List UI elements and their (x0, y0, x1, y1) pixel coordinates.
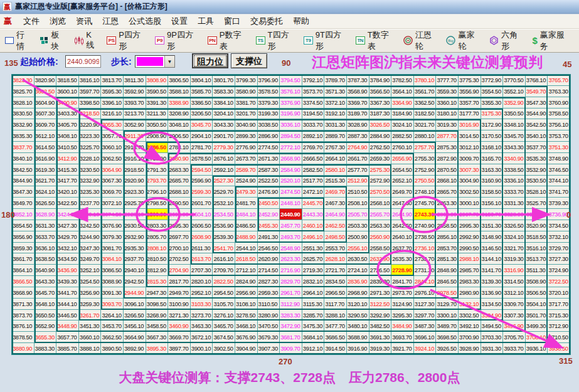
toolbar-button-赢家服务[interactable]: $赢家服务 (532, 29, 571, 52)
grid-cell: 2709.70 (213, 265, 235, 276)
menu-item-工具[interactable]: 工具 (193, 14, 219, 28)
toolbar-button-T数字表[interactable]: TNT数字表 (356, 29, 395, 52)
toolbar-button-P数字表[interactable]: PNP数字表 (208, 29, 248, 52)
grid-cell: 3916.90 (347, 343, 369, 354)
grid-cell: 2856.10 (436, 231, 459, 243)
grid-cell: 3609.70 (35, 119, 57, 130)
grid-cell: 2496.10 (302, 231, 325, 243)
menu-item-窗口[interactable]: 窗口 (219, 14, 245, 28)
grid-cell: 2548.90 (280, 243, 302, 254)
menu-item-资讯[interactable]: 资讯 (71, 14, 97, 28)
grid-cell: 2899.30 (235, 130, 258, 142)
toolbar-button-9P四方形[interactable]: P99P四方形 (155, 29, 199, 52)
toolbar-button-板块[interactable]: 板块 (40, 29, 66, 52)
grid-cell: 3460.90 (168, 320, 191, 332)
toolbar-button-赢家轮[interactable]: Big赢家轮 (446, 29, 481, 52)
grid-cell: 3513.70 (526, 253, 548, 265)
grid-cell: 2625.70 (302, 253, 325, 265)
resistance-button[interactable]: 阻力位 (192, 53, 228, 68)
grid-cell: 2964.10 (302, 287, 325, 299)
grid-cell: 3523.30 (526, 209, 548, 220)
grid-cell: 3590.50 (146, 86, 169, 97)
grid-cell: 3434.50 (56, 253, 79, 265)
menu-item-浏览[interactable]: 浏览 (45, 14, 71, 28)
grid-cell: 3429.70 (56, 231, 79, 243)
toolbar-button-六角形[interactable]: 六角形 (489, 29, 524, 52)
grid-cell: 2678.50 (191, 153, 213, 164)
grid-cell: 2848.90 (436, 265, 459, 276)
grid-cell-key-level: 2728.90 (391, 265, 414, 276)
grid-cell: 3669.70 (168, 332, 191, 343)
grid-cell: 3549.70 (526, 86, 548, 97)
grid-cell: 3828.10 (12, 97, 35, 109)
grid-cell: 3148.90 (481, 231, 504, 243)
start-price-input[interactable] (65, 55, 101, 68)
grid-cell: 2620.90 (258, 253, 280, 265)
grid-cell: 3684.10 (302, 332, 325, 343)
toolbar-button-T四方形[interactable]: TST四方形 (256, 29, 295, 52)
grid-cell: 3873.70 (12, 310, 35, 321)
grid-cell: 3007.30 (459, 164, 481, 176)
grid-cell: 3655.30 (35, 332, 57, 343)
grid-cell: 3110.50 (258, 299, 280, 310)
step-color-dropdown[interactable]: ▼ (135, 55, 175, 68)
grid-cell: 2916.10 (124, 153, 146, 164)
toolbar-button-9T四方形[interactable]: T99T四方形 (304, 29, 348, 52)
menu-item-公式选股[interactable]: 公式选股 (124, 14, 166, 28)
grid-cell: 3280.90 (258, 310, 280, 321)
grid-cell: 3218.50 (79, 109, 102, 120)
menu-item-设置[interactable]: 设置 (166, 14, 193, 28)
grid-cell: 3391.30 (146, 97, 169, 109)
grid-cell: 2932.90 (124, 231, 146, 243)
grid-cell: 3237.70 (79, 198, 102, 209)
toolbar-button-行情[interactable]: 行情 (5, 29, 31, 52)
grid-cell: 3616.90 (35, 153, 57, 164)
grid-cell: 2632.90 (369, 253, 392, 265)
grid-cell: 3448.90 (56, 320, 79, 332)
toolbar-button-江恩轮[interactable]: 江恩轮 (403, 29, 438, 52)
grid-cell: 3076.90 (101, 220, 124, 231)
grid-cell: 2820.10 (191, 276, 213, 287)
grid-cell: 2580.10 (324, 164, 347, 176)
grid-cell: 3266.50 (124, 310, 146, 321)
grid-cell: 2918.50 (124, 164, 146, 176)
grid-cell: 3866.50 (12, 276, 35, 287)
grid-cell: 3720.10 (548, 287, 570, 299)
chevron-down-icon[interactable]: ▼ (164, 56, 174, 67)
grid-cell: 2997.70 (459, 209, 481, 220)
menu-item-帮助[interactable]: 帮助 (288, 14, 314, 28)
grid-cell: 3487.30 (414, 320, 437, 332)
grid-cell: 2781.70 (191, 142, 213, 153)
grid-cell: 3439.30 (56, 276, 79, 287)
toolbar-button-K线[interactable]: K线 (74, 30, 98, 51)
grid-cell: 3009.70 (459, 153, 481, 164)
grid-cell: 3182.50 (414, 109, 437, 120)
grid-cell: 3640.90 (35, 265, 57, 276)
support-button[interactable]: 支撑位 (231, 53, 267, 68)
grid-cell: 3336.10 (503, 176, 526, 187)
grid-cell: 2988.10 (459, 253, 481, 265)
menu-item-江恩[interactable]: 江恩 (97, 14, 124, 28)
grid-cell: 3715.30 (548, 310, 570, 321)
grid-cell: 3381.70 (235, 97, 258, 109)
grid-cell: 3153.70 (481, 209, 504, 220)
grid-cell-center: 2440.90 (280, 209, 302, 220)
grid-cell: 3499.30 (526, 320, 548, 332)
grid-cell: 3566.50 (369, 86, 392, 97)
grid-cell: 3213.70 (124, 109, 146, 120)
grid-cell: 3652.90 (35, 320, 57, 332)
grid-cell: 2822.50 (213, 276, 235, 287)
grid-cell: 3619.30 (35, 164, 57, 176)
grid-cell: 3902.50 (213, 343, 235, 354)
grid-cell: 2884.90 (369, 130, 392, 142)
menu-item-交易委托[interactable]: 交易委托 (245, 14, 288, 28)
toolbar-label: 9P四方形 (167, 29, 199, 52)
grid-cell: 3338.50 (503, 164, 526, 176)
grid-cell: 2652.10 (391, 176, 414, 187)
menu-item-文件[interactable]: 文件 (18, 14, 45, 28)
grid-cell: 3060.10 (101, 142, 124, 153)
toolbar-button-P四方形[interactable]: PSP四方形 (107, 29, 147, 52)
hexagon-icon (489, 36, 499, 45)
grid-cell: 3516.10 (526, 243, 548, 254)
grid-cell: 3422.50 (56, 198, 79, 209)
